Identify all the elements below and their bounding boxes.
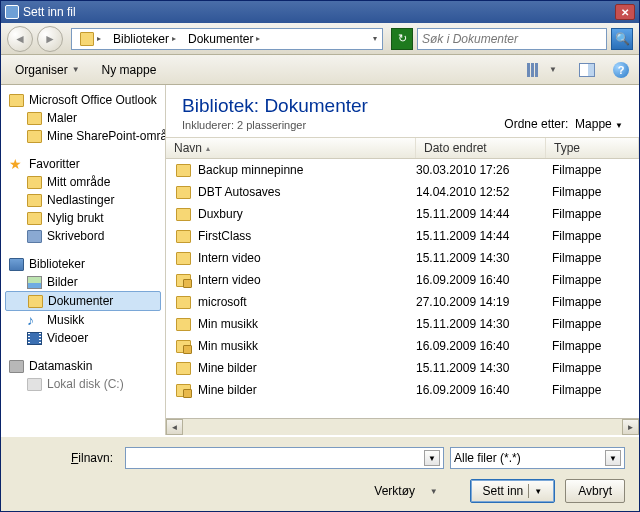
file-name: Backup minnepinne: [198, 163, 303, 177]
file-name: Mine bilder: [198, 361, 257, 375]
folder-icon: [176, 252, 191, 265]
file-date: 15.11.2009 14:44: [416, 229, 546, 243]
scroll-right-icon[interactable]: ►: [622, 419, 639, 435]
folder-icon: [176, 340, 191, 353]
file-name: DBT Autosaves: [198, 185, 281, 199]
col-name[interactable]: Navn▴: [166, 138, 416, 158]
col-date[interactable]: Dato endret: [416, 138, 546, 158]
nav-bar: ◄ ► ▸ Biblioteker▸ Dokumenter▸ ▾ ↻ Søk i…: [1, 23, 639, 55]
tools-button[interactable]: Verktøy ▼: [370, 481, 441, 501]
tree-item-pictures[interactable]: Bilder: [1, 273, 165, 291]
file-type: Filmappe: [546, 251, 639, 265]
file-row[interactable]: Backup minnepinne30.03.2010 17:26Filmapp…: [166, 159, 639, 181]
file-row[interactable]: microsoft27.10.2009 14:19Filmappe: [166, 291, 639, 313]
preview-pane-button[interactable]: [575, 60, 599, 80]
tree-item[interactable]: Skrivebord: [1, 227, 165, 245]
close-button[interactable]: ✕: [615, 4, 635, 20]
file-row[interactable]: Intern video16.09.2009 16:40Filmappe: [166, 269, 639, 291]
tree-group-favorites[interactable]: ★Favoritter: [1, 155, 165, 173]
nav-tree[interactable]: Microsoft Office Outlook Maler Mine Shar…: [1, 85, 166, 435]
file-filter-select[interactable]: Alle filer (*.*) ▼: [450, 447, 625, 469]
tree-item[interactable]: Mitt område: [1, 173, 165, 191]
file-list[interactable]: Backup minnepinne30.03.2010 17:26Filmapp…: [166, 159, 639, 418]
tree-item[interactable]: Nylig brukt: [1, 209, 165, 227]
col-type[interactable]: Type: [546, 138, 639, 158]
filename-input[interactable]: ▼: [125, 447, 444, 469]
file-row[interactable]: Intern video15.11.2009 14:30Filmappe: [166, 247, 639, 269]
nav-forward-button[interactable]: ►: [37, 26, 63, 52]
file-row[interactable]: Min musikk16.09.2009 16:40Filmappe: [166, 335, 639, 357]
tree-group-libraries[interactable]: Biblioteker: [1, 255, 165, 273]
search-input[interactable]: Søk i Dokumenter: [417, 28, 607, 50]
file-date: 14.04.2010 12:52: [416, 185, 546, 199]
cancel-button[interactable]: Avbryt: [565, 479, 625, 503]
folder-icon: [80, 32, 94, 46]
folder-icon: [176, 230, 191, 243]
file-date: 16.09.2009 16:40: [416, 339, 546, 353]
tree-item-music[interactable]: ♪Musikk: [1, 311, 165, 329]
insert-button[interactable]: Sett inn ▼: [470, 479, 556, 503]
filename-label: Filnavn:: [15, 451, 119, 465]
arrange-by[interactable]: Ordne etter: Mappe ▼: [504, 117, 623, 131]
folder-icon: [176, 186, 191, 199]
file-row[interactable]: Duxbury15.11.2009 14:44Filmappe: [166, 203, 639, 225]
filename-drop-icon[interactable]: ▼: [424, 450, 440, 466]
folder-icon: [176, 296, 191, 309]
tree-item-videos[interactable]: Videoer: [1, 329, 165, 347]
file-name: microsoft: [198, 295, 247, 309]
file-type: Filmappe: [546, 229, 639, 243]
file-row[interactable]: Min musikk15.11.2009 14:30Filmappe: [166, 313, 639, 335]
scroll-left-icon[interactable]: ◄: [166, 419, 183, 435]
view-button[interactable]: ▼: [523, 60, 561, 80]
file-type: Filmappe: [546, 317, 639, 331]
refresh-button[interactable]: ↻: [391, 28, 413, 50]
tree-item[interactable]: Maler: [1, 109, 165, 127]
crumb-0[interactable]: Biblioteker: [113, 32, 169, 46]
nav-back-button[interactable]: ◄: [7, 26, 33, 52]
folder-icon: [176, 318, 191, 331]
file-row[interactable]: DBT Autosaves14.04.2010 12:52Filmappe: [166, 181, 639, 203]
tree-group-computer[interactable]: Datamaskin: [1, 357, 165, 375]
app-icon: [5, 5, 19, 19]
file-date: 30.03.2010 17:26: [416, 163, 546, 177]
new-folder-button[interactable]: Ny mappe: [98, 60, 161, 80]
file-name: Intern video: [198, 273, 261, 287]
file-date: 15.11.2009 14:30: [416, 251, 546, 265]
column-headers[interactable]: Navn▴ Dato endret Type: [166, 137, 639, 159]
tree-item-disk[interactable]: Lokal disk (C:): [1, 375, 165, 393]
horizontal-scrollbar[interactable]: ◄ ►: [166, 418, 639, 435]
tree-item-documents[interactable]: Dokumenter: [5, 291, 161, 311]
file-type: Filmappe: [546, 383, 639, 397]
file-name: FirstClass: [198, 229, 251, 243]
file-name: Duxbury: [198, 207, 243, 221]
file-type: Filmappe: [546, 339, 639, 353]
title-bar[interactable]: Sett inn fil ✕: [1, 1, 639, 23]
file-type: Filmappe: [546, 361, 639, 375]
search-go-button[interactable]: 🔍: [611, 28, 633, 50]
tree-item[interactable]: Nedlastinger: [1, 191, 165, 209]
folder-icon: [176, 274, 191, 287]
breadcrumb-bar[interactable]: ▸ Biblioteker▸ Dokumenter▸ ▾: [71, 28, 383, 50]
file-date: 15.11.2009 14:44: [416, 207, 546, 221]
tree-item[interactable]: Mine SharePoint-områder: [1, 127, 165, 145]
file-name: Min musikk: [198, 317, 258, 331]
file-row[interactable]: Mine bilder15.11.2009 14:30Filmappe: [166, 357, 639, 379]
file-row[interactable]: FirstClass15.11.2009 14:44Filmappe: [166, 225, 639, 247]
crumb-1[interactable]: Dokumenter: [188, 32, 253, 46]
file-type: Filmappe: [546, 185, 639, 199]
tree-group-outlook[interactable]: Microsoft Office Outlook: [1, 91, 165, 109]
file-date: 27.10.2009 14:19: [416, 295, 546, 309]
filter-drop-icon[interactable]: ▼: [605, 450, 621, 466]
preview-pane-icon: [579, 63, 595, 77]
file-type: Filmappe: [546, 273, 639, 287]
file-row[interactable]: Mine bilder16.09.2009 16:40Filmappe: [166, 379, 639, 401]
file-type: Filmappe: [546, 163, 639, 177]
file-name: Mine bilder: [198, 383, 257, 397]
organize-button[interactable]: Organiser▼: [11, 60, 84, 80]
toolbar: Organiser▼ Ny mappe ▼ ?: [1, 55, 639, 85]
library-subline[interactable]: Inkluderer: 2 plasseringer: [182, 119, 368, 131]
content-pane: Bibliotek: Dokumenter Inkluderer: 2 plas…: [166, 85, 639, 435]
help-button[interactable]: ?: [613, 62, 629, 78]
file-date: 16.09.2009 16:40: [416, 273, 546, 287]
file-date: 15.11.2009 14:30: [416, 361, 546, 375]
